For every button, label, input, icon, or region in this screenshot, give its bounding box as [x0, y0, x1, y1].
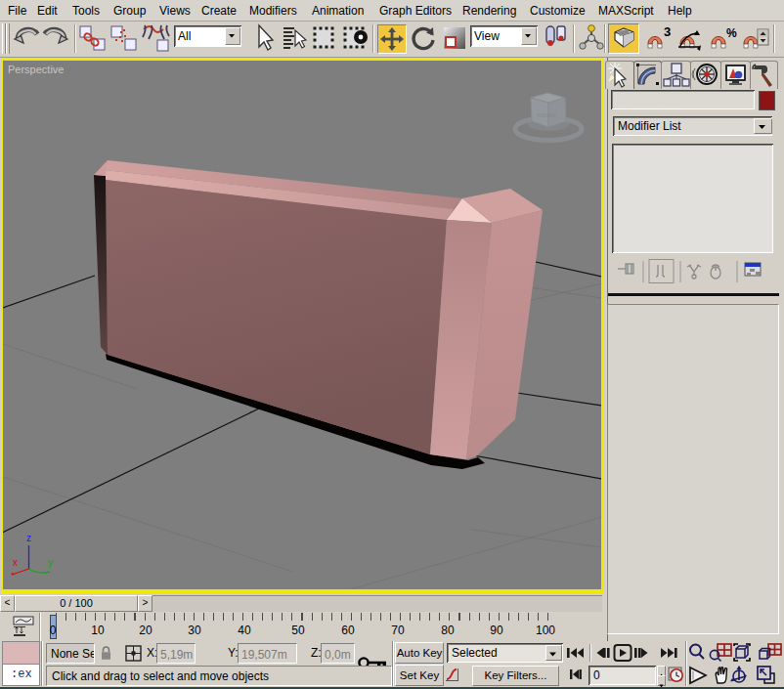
svg-text:FRONT: FRONT: [537, 112, 557, 118]
svg-text:3: 3: [664, 25, 671, 39]
svg-text:x: x: [13, 557, 18, 568]
svg-text:%: %: [726, 26, 737, 40]
svg-text:z: z: [26, 533, 31, 543]
svg-text:y: y: [48, 557, 53, 568]
